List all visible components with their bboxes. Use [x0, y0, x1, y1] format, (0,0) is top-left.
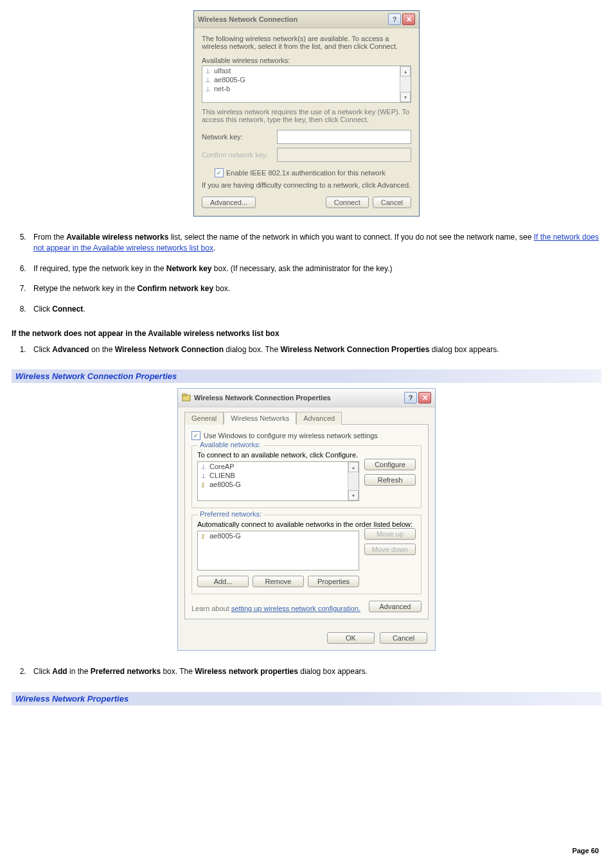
instruction-steps-3: Click Add in the Preferred networks box.…	[12, 666, 601, 677]
dialog1-title: Wireless Network Connection	[198, 15, 298, 23]
list-item: ⊥ulfast	[202, 66, 411, 75]
step-5: From the Available wireless networks lis…	[28, 232, 601, 254]
subsection-heading: If the network does not appear in the Av…	[12, 329, 601, 338]
configure-button[interactable]: Configure	[364, 459, 416, 470]
figure-caption-1: Wireless Network Connection Properties	[12, 369, 601, 383]
step-8: Click Connect.	[28, 304, 601, 315]
help-icon[interactable]: ?	[388, 13, 401, 25]
refresh-button[interactable]: Refresh	[364, 474, 416, 486]
confirm-key-label: Confirm network key:	[202, 151, 272, 159]
available-networks-listbox[interactable]: ⊥CoreAP ⊥CLIENB ⚷ae8005-G ▴▾	[197, 461, 359, 501]
cancel-button[interactable]: Cancel	[373, 197, 411, 208]
properties-button[interactable]: Properties	[308, 576, 359, 587]
page-number: Page 60	[12, 847, 599, 855]
step-6: If required, type the network key in the…	[28, 263, 601, 274]
network-key-label: Network key:	[202, 133, 272, 141]
antenna-icon: ⊥	[205, 85, 211, 93]
dialog1-intro: The following wireless network(s) are av…	[202, 35, 411, 50]
scrollbar[interactable]: ▴▾	[400, 66, 411, 102]
step-3-2: Click Add in the Preferred networks box.…	[28, 666, 601, 677]
list-item: ⊥CLIENB	[198, 471, 359, 480]
checkbox-icon: ✓	[191, 431, 200, 440]
preferred-networks-help: Automatically connect to available netwo…	[197, 520, 416, 528]
list-item: ⚷ae8005-G	[198, 531, 359, 540]
instruction-steps-2: Click Advanced on the Wireless Network C…	[12, 344, 601, 355]
preferred-networks-legend: Preferred networks:	[197, 510, 264, 518]
move-down-button: Move down	[364, 544, 416, 555]
instruction-steps: From the Available wireless networks lis…	[12, 232, 601, 315]
confirm-key-input	[277, 148, 411, 162]
figure-caption-2: Wireless Network Properties	[12, 692, 601, 705]
antenna-icon: ⊥	[200, 463, 207, 470]
close-icon[interactable]: ✕	[418, 392, 431, 403]
available-networks-legend: Available networks:	[197, 441, 263, 448]
wep-text: This wireless network requires the use o…	[202, 108, 411, 123]
list-item: ⊥ae8005-G	[202, 75, 411, 84]
remove-button[interactable]: Remove	[253, 576, 304, 587]
tab-wireless-networks[interactable]: Wireless Networks	[224, 412, 296, 425]
close-icon[interactable]: ✕	[402, 13, 415, 25]
dialog1-list-label: Available wireless networks:	[202, 57, 411, 64]
use-windows-checkbox[interactable]: ✓ Use Windows to configure my wireless n…	[191, 431, 422, 440]
tab-general[interactable]: General	[184, 412, 224, 425]
add-button[interactable]: Add...	[197, 576, 249, 587]
antenna-icon: ⊥	[205, 67, 211, 75]
available-networks-listbox[interactable]: ⊥ulfast ⊥ae8005-G ⊥net-b ▴▾	[202, 66, 411, 103]
lock-icon: ⚷	[200, 533, 207, 540]
tab-advanced[interactable]: Advanced	[296, 412, 342, 425]
window-icon	[182, 393, 191, 402]
dialog2-title: Wireless Network Connection Properties	[194, 394, 331, 402]
learn-about-link[interactable]: setting up wireless network configuratio…	[231, 605, 360, 612]
list-item: ⊥CoreAP	[198, 462, 359, 471]
network-key-input[interactable]	[277, 130, 411, 144]
move-up-button: Move up	[364, 528, 416, 540]
advanced-button[interactable]: Advanced	[369, 601, 422, 612]
checkbox-icon: ✓	[215, 168, 224, 177]
list-item: ⚷ae8005-G	[198, 480, 359, 489]
svg-rect-1	[182, 394, 186, 396]
difficulty-text: If you are having difficulty connecting …	[202, 181, 411, 189]
wireless-connection-dialog: Wireless Network Connection ? ✕ The foll…	[193, 10, 420, 217]
advanced-button[interactable]: Advanced...	[202, 197, 256, 208]
list-item: ⊥net-b	[202, 84, 411, 93]
wireless-properties-dialog: Wireless Network Connection Properties ?…	[177, 388, 436, 651]
antenna-icon: ⊥	[200, 472, 207, 479]
antenna-icon: ⊥	[205, 76, 211, 84]
ok-button[interactable]: OK	[327, 632, 375, 644]
scrollbar[interactable]: ▴▾	[348, 462, 359, 500]
ieee-8021x-checkbox[interactable]: ✓ Enable IEEE 802.1x authentication for …	[215, 168, 411, 177]
cancel-button[interactable]: Cancel	[380, 632, 427, 644]
lock-icon: ⚷	[200, 481, 207, 488]
step-7: Retype the network key in the Confirm ne…	[28, 283, 601, 294]
help-icon[interactable]: ?	[404, 392, 417, 403]
preferred-networks-listbox[interactable]: ⚷ae8005-G	[197, 531, 359, 571]
available-networks-help: To connect to an available network, clic…	[197, 451, 416, 459]
connect-button[interactable]: Connect	[326, 197, 369, 208]
step-2-1: Click Advanced on the Wireless Network C…	[28, 344, 601, 355]
